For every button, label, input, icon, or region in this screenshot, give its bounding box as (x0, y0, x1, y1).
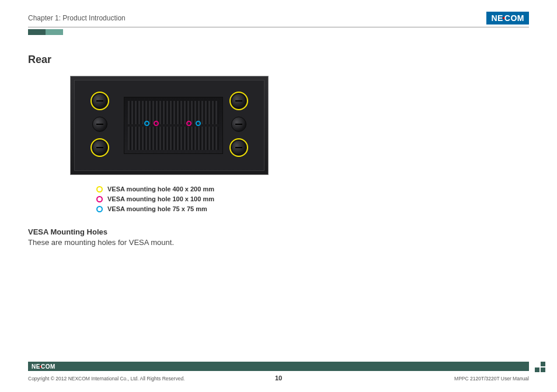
legend-swatch-cyan-icon (96, 206, 103, 212)
footer-squares-icon (527, 362, 536, 372)
legend-item: VESA mounting hole 100 x 100 mm (96, 195, 214, 202)
legend-label: VESA mounting hole 100 x 100 mm (107, 195, 214, 202)
legend-label: VESA mounting hole 75 x 75 mm (107, 205, 207, 212)
vesa-hole-100-icon (186, 121, 192, 126)
subsection-heading: VESA Mounting Holes (28, 228, 107, 236)
footer-logo-text: NECOM (28, 363, 55, 370)
subsection-body: These are mounting holes for VESA mount. (28, 238, 174, 247)
vesa-hole-75-icon (144, 121, 149, 126)
footer-doc-title: MPPC 2120T/3220T User Manual (454, 376, 529, 382)
vesa-hole-400-icon (229, 92, 248, 110)
vesa-hole-75-icon (196, 121, 201, 126)
legend: VESA mounting hole 400 x 200 mm VESA mou… (96, 186, 214, 215)
section-heading-rear: Rear (28, 54, 51, 66)
footer-bar: NECOM (28, 362, 529, 371)
legend-item: VESA mounting hole 75 x 75 mm (96, 205, 214, 212)
panel-knob (92, 117, 107, 132)
legend-swatch-yellow-icon (96, 186, 103, 192)
brand-logo-text: NECOM (486, 12, 529, 24)
vesa-hole-400-icon (90, 138, 109, 157)
vesa-hole-100-icon (154, 121, 159, 126)
header-rule (28, 27, 529, 27)
panel-knob (231, 117, 246, 132)
vesa-hole-400-icon (229, 138, 248, 157)
legend-item: VESA mounting hole 400 x 200 mm (96, 186, 214, 192)
legend-swatch-pink-icon (96, 196, 103, 202)
chapter-title: Chapter 1: Product Introduction (28, 14, 126, 22)
accent-blocks (28, 29, 63, 35)
legend-label: VESA mounting hole 400 x 200 mm (107, 186, 214, 192)
brand-logo: NECOM (486, 12, 529, 24)
vesa-hole-400-icon (90, 92, 109, 110)
footer-copyright: Copyright © 2012 NEXCOM International Co… (28, 376, 184, 382)
page-number: 10 (275, 374, 282, 382)
rear-panel-diagram (70, 76, 269, 175)
